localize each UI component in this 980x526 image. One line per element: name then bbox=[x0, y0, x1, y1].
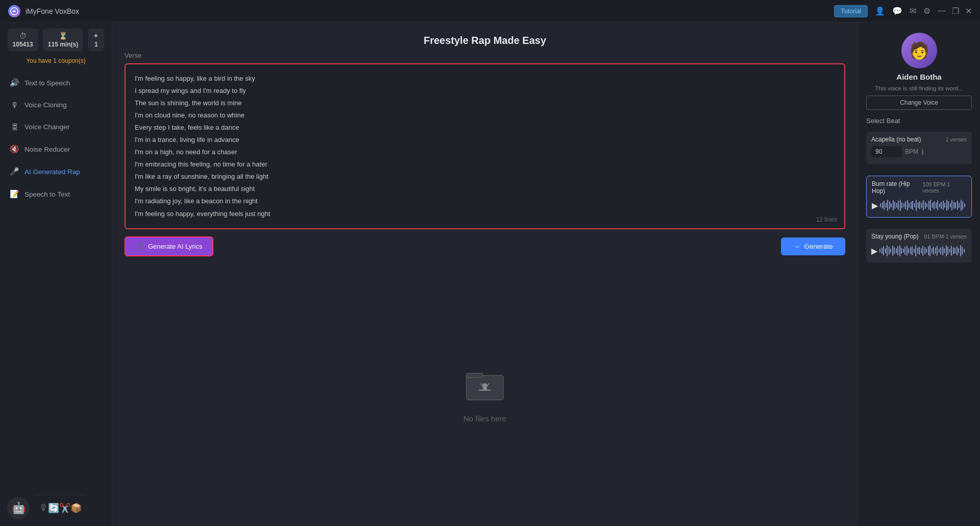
generate-button[interactable]: → Generate bbox=[781, 237, 845, 255]
beat-item-burn-rate[interactable]: Burn rate (Hip Hop) 109 BPM·1 verses ▶ bbox=[866, 176, 972, 218]
count-icon: ✦ bbox=[93, 32, 99, 40]
characters-icon: ⏱ bbox=[19, 32, 27, 40]
sidebar-nav: 🔊 Text to Speech 🎙 Voice Cloning 🎛 Voice… bbox=[0, 67, 112, 490]
loop-icon[interactable]: 🔄 bbox=[48, 503, 59, 514]
sidebar-stats: ⏱ 105413 ⏳ 115 min(s) ✦ 1 bbox=[0, 22, 112, 54]
wave-bars-burn-rate bbox=[880, 199, 966, 211]
sidebar-item-voice-cloning[interactable]: 🎙 Voice Cloning bbox=[0, 94, 112, 116]
sidebar-item-voice-changer[interactable]: 🎛 Voice Changer bbox=[0, 116, 112, 138]
titlebar-left: iMyFone VoxBox bbox=[8, 5, 79, 17]
voice-card: 🧑 Aiden Botha This voice is still findin… bbox=[866, 33, 972, 110]
settings-icon[interactable]: ⚙ bbox=[923, 6, 930, 16]
bpm-input-acapella[interactable] bbox=[871, 146, 902, 157]
minutes-icon: ⏳ bbox=[59, 32, 67, 40]
beat-item-acapella[interactable]: Acapella (no beat) 1 verses BPM ℹ bbox=[866, 132, 972, 164]
sidebar-footer: 🤖 🎙 🔄 ✂️ 📦 bbox=[0, 490, 112, 526]
speech-to-text-icon: 📝 bbox=[9, 189, 19, 199]
noise-reducer-icon: 🔇 bbox=[9, 145, 19, 154]
verse-section: Verse I'm feeling so happy, like a bird … bbox=[112, 52, 857, 229]
beat-header-acapella: Acapella (no beat) 1 verses bbox=[871, 136, 967, 143]
sidebar-item-speech-to-text[interactable]: 📝 Speech to Text bbox=[0, 183, 112, 205]
close-button[interactable]: ✕ bbox=[965, 6, 972, 16]
voice-avatar: 🧑 bbox=[901, 33, 937, 68]
beat-meta-acapella: 1 verses bbox=[945, 136, 967, 142]
beat-header-burn-rate: Burn rate (Hip Hop) 109 BPM·1 verses bbox=[872, 180, 966, 195]
right-panel: 🧑 Aiden Botha This voice is still findin… bbox=[857, 22, 980, 526]
no-files-icon bbox=[464, 366, 505, 408]
beat-name-acapella: Acapella (no beat) bbox=[871, 136, 921, 143]
sidebar-item-noise-reducer[interactable]: 🔇 Noise Reducer bbox=[0, 138, 112, 160]
svg-rect-2 bbox=[467, 373, 483, 377]
play-button-stay-young[interactable]: ▶ bbox=[871, 246, 877, 256]
generate-arrow-icon: → bbox=[793, 243, 800, 250]
window-controls: — ❐ ✕ bbox=[938, 6, 972, 16]
lyrics-box: I'm feeling so happy, like a bird in the… bbox=[125, 63, 845, 229]
user-icon[interactable]: 👤 bbox=[875, 6, 885, 16]
tutorial-button[interactable]: Tutorial bbox=[834, 5, 868, 17]
beat-header-stay-young: Stay young (Pop) 91 BPM·1 verses bbox=[871, 233, 967, 240]
app-title: iMyFone VoxBox bbox=[26, 7, 79, 15]
page-title: Freestyle Rap Made Easy bbox=[112, 22, 857, 52]
beat-meta-stay-young: 91 BPM·1 verses bbox=[924, 233, 967, 240]
maximize-button[interactable]: ❐ bbox=[952, 6, 959, 16]
stat-minutes: ⏳ 115 min(s) bbox=[43, 29, 83, 51]
main-layout: ⏱ 105413 ⏳ 115 min(s) ✦ 1 You have 1 cou… bbox=[0, 22, 980, 526]
ai-generated-rap-icon: 🎤 bbox=[9, 167, 19, 176]
titlebar-right: Tutorial 👤 💬 ✉ ⚙ — ❐ ✕ bbox=[834, 5, 972, 17]
sidebar-item-ai-generated-rap[interactable]: 🎤 AI Generated Rap bbox=[0, 160, 112, 183]
content-area: Freestyle Rap Made Easy Verse I'm feelin… bbox=[112, 22, 857, 526]
select-beat-label: Select Beat bbox=[866, 117, 972, 125]
titlebar: iMyFone VoxBox Tutorial 👤 💬 ✉ ⚙ — ❐ ✕ bbox=[0, 0, 980, 22]
beat-name-burn-rate: Burn rate (Hip Hop) bbox=[872, 180, 922, 195]
coupon-bar: You have 1 coupon(s) bbox=[0, 54, 112, 67]
bot-avatar: 🤖 bbox=[7, 497, 30, 519]
svg-rect-4 bbox=[479, 390, 491, 391]
sidebar-item-text-to-speech[interactable]: 🔊 Text to Speech bbox=[0, 71, 112, 94]
waveform-burn-rate: ▶ bbox=[872, 198, 966, 213]
voice-name: Aiden Botha bbox=[896, 73, 941, 81]
action-bar: 🎵 Generate AI Lyrics → Generate bbox=[112, 229, 857, 264]
avatar-emoji: 🧑 bbox=[909, 41, 929, 60]
voice-changer-icon: 🎛 bbox=[9, 123, 19, 131]
box-icon[interactable]: 📦 bbox=[70, 503, 82, 514]
change-voice-button[interactable]: Change Voice bbox=[866, 95, 972, 110]
verse-label: Verse bbox=[125, 52, 845, 59]
generate-label: Generate bbox=[804, 243, 833, 250]
sidebar-label-ai-generated-rap: AI Generated Rap bbox=[24, 168, 80, 176]
stat-characters: ⏱ 105413 bbox=[8, 29, 38, 51]
sidebar-label-text-to-speech: Text to Speech bbox=[24, 79, 70, 87]
sidebar: ⏱ 105413 ⏳ 115 min(s) ✦ 1 You have 1 cou… bbox=[0, 22, 112, 526]
bpm-label-acapella: BPM bbox=[905, 148, 918, 155]
sidebar-label-voice-changer: Voice Changer bbox=[24, 123, 70, 131]
empty-area: No files here bbox=[112, 264, 857, 526]
ai-lyrics-icon: 🎵 bbox=[136, 243, 144, 250]
play-button-burn-rate[interactable]: ▶ bbox=[872, 201, 878, 210]
generate-ai-lyrics-button[interactable]: 🎵 Generate AI Lyrics bbox=[125, 236, 213, 256]
sidebar-bottom-icons: 🎙 🔄 ✂️ 📦 bbox=[35, 495, 86, 521]
beat-item-stay-young[interactable]: Stay young (Pop) 91 BPM·1 verses ▶ bbox=[866, 229, 972, 262]
scissors-icon[interactable]: ✂️ bbox=[59, 503, 70, 514]
voice-cloning-icon: 🎙 bbox=[9, 101, 19, 109]
wave-bars-stay-young bbox=[879, 245, 967, 257]
no-files-text: No files here bbox=[463, 414, 506, 423]
mail-icon[interactable]: ✉ bbox=[910, 6, 916, 16]
minimize-button[interactable]: — bbox=[938, 6, 946, 16]
text-to-speech-icon: 🔊 bbox=[9, 78, 19, 87]
sidebar-label-voice-cloning: Voice Cloning bbox=[24, 101, 67, 109]
microphone-icon[interactable]: 🎙 bbox=[39, 503, 48, 514]
lyrics-text[interactable]: I'm feeling so happy, like a bird in the… bbox=[135, 73, 835, 220]
info-icon-acapella[interactable]: ℹ bbox=[921, 148, 924, 156]
lines-count: 12 lines bbox=[816, 216, 837, 223]
svg-rect-3 bbox=[483, 384, 487, 390]
sidebar-label-speech-to-text: Speech to Text bbox=[24, 190, 70, 198]
voice-description: This voice is still finding its word... bbox=[875, 85, 963, 91]
beat-meta-burn-rate: 109 BPM·1 verses bbox=[922, 181, 966, 194]
app-icon bbox=[8, 5, 20, 17]
waveform-stay-young: ▶ bbox=[871, 243, 967, 258]
generate-ai-lyrics-label: Generate AI Lyrics bbox=[148, 243, 202, 250]
chat-icon[interactable]: 💬 bbox=[892, 6, 902, 16]
sidebar-label-noise-reducer: Noise Reducer bbox=[24, 146, 70, 153]
beat-name-stay-young: Stay young (Pop) bbox=[871, 233, 919, 240]
bpm-row-acapella: BPM ℹ bbox=[871, 146, 967, 157]
stat-count: ✦ 1 bbox=[88, 29, 104, 51]
